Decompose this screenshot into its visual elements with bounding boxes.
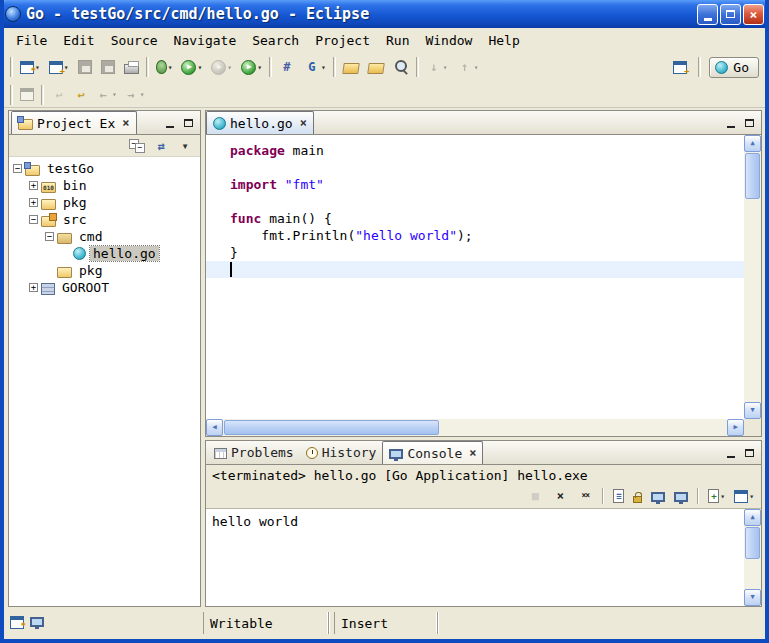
collapse-toggle-icon[interactable]: − (29, 215, 38, 224)
menu-project[interactable]: Project (307, 31, 378, 50)
maximize-view-button[interactable] (179, 115, 197, 131)
minimize-view-button[interactable] (722, 115, 740, 131)
dropdown-arrow-icon[interactable]: ▾ (749, 492, 754, 501)
pin-console-button[interactable] (648, 488, 668, 505)
dropdown-arrow-icon[interactable]: ▾ (321, 63, 326, 72)
menu-run[interactable]: Run (378, 31, 417, 50)
dropdown-arrow-icon[interactable]: ▾ (257, 63, 262, 72)
expand-toggle-icon[interactable]: + (29, 283, 38, 292)
scrollbar-thumb[interactable] (224, 420, 439, 435)
scroll-up-icon[interactable]: ▲ (744, 509, 761, 526)
console-vertical-scrollbar[interactable]: ▲ ▼ (744, 509, 761, 606)
dropdown-arrow-icon[interactable]: ▾ (443, 63, 448, 72)
dropdown-arrow-icon[interactable]: ▾ (720, 492, 725, 501)
go-symbol-button[interactable]: ▾ (301, 56, 329, 78)
maximize-button[interactable] (720, 4, 741, 25)
menu-navigate[interactable]: Navigate (166, 31, 245, 50)
tab-history[interactable]: History (300, 441, 383, 464)
new-wizard-button[interactable]: ▾ (17, 58, 43, 77)
scrollbar-thumb[interactable] (745, 527, 760, 559)
new-project-button[interactable]: ▾ (46, 58, 72, 77)
remove-all-launches-button[interactable] (574, 485, 596, 507)
display-selected-console-button[interactable] (671, 488, 691, 505)
debug-button[interactable]: ▾ (153, 57, 176, 77)
tab-hello-go[interactable]: hello.go × (206, 111, 314, 134)
link-with-editor-button[interactable] (150, 135, 172, 157)
menu-window[interactable]: Window (417, 31, 480, 50)
console-output[interactable]: hello world (206, 509, 744, 606)
code-line-6[interactable]: fmt.Println("hello world"); (206, 227, 744, 244)
open-type-button[interactable] (340, 57, 362, 77)
open-resource-button[interactable] (365, 57, 387, 77)
maximize-view-button[interactable] (740, 115, 758, 131)
tree-item-pkg[interactable]: +pkg (9, 194, 200, 211)
expand-toggle-icon[interactable]: + (29, 181, 38, 190)
code-line-8[interactable] (206, 261, 744, 278)
tree-item-goroot[interactable]: +GOROOT (9, 279, 200, 296)
menu-help[interactable]: Help (480, 31, 527, 50)
collapse-toggle-icon[interactable]: − (13, 164, 22, 173)
open-console-button[interactable]: ▾ (705, 486, 728, 506)
dropdown-arrow-icon[interactable]: ▾ (168, 63, 173, 72)
console-shortcut-icon[interactable] (30, 617, 44, 627)
close-icon[interactable]: × (122, 116, 129, 130)
last-edit-location-button[interactable] (70, 84, 92, 106)
scroll-right-icon[interactable]: ▶ (727, 419, 744, 436)
collapse-all-button[interactable] (126, 135, 148, 157)
menu-source[interactable]: Source (103, 31, 166, 50)
code-line-7[interactable]: } (206, 244, 744, 261)
scroll-up-icon[interactable]: ▲ (744, 135, 761, 152)
dropdown-arrow-icon[interactable]: ▾ (227, 63, 232, 72)
tab-console[interactable]: Console× (382, 441, 483, 464)
collapse-toggle-icon[interactable]: − (45, 232, 54, 241)
close-icon[interactable]: × (300, 116, 307, 130)
tab-problems[interactable]: Problems (208, 441, 300, 464)
print-button[interactable] (121, 57, 142, 77)
menu-edit[interactable]: Edit (55, 31, 102, 50)
remove-launch-button[interactable] (549, 485, 571, 507)
dropdown-arrow-icon[interactable]: ▾ (474, 63, 479, 72)
minimize-button[interactable] (697, 4, 718, 25)
code-line-3[interactable]: import "fmt" (206, 176, 744, 193)
go-perspective-button[interactable]: Go (709, 57, 759, 78)
tree-item-pkg[interactable]: pkg (9, 262, 200, 279)
editor-horizontal-scrollbar[interactable]: ◀ ▶ (206, 419, 744, 436)
code-area[interactable]: package mainimport "fmt"func main() { fm… (206, 135, 744, 419)
menu-file[interactable]: File (8, 31, 55, 50)
code-editor[interactable]: package mainimport "fmt"func main() { fm… (206, 135, 761, 436)
console-view-button[interactable]: ▾ (731, 487, 757, 506)
open-perspective-button[interactable] (670, 58, 690, 77)
tab-project-explorer[interactable]: Project Ex × (11, 111, 137, 134)
code-line-2[interactable] (206, 159, 744, 176)
scroll-down-icon[interactable]: ▼ (744, 402, 761, 419)
close-button[interactable]: × (743, 4, 764, 25)
tree-item-bin[interactable]: +bin (9, 177, 200, 194)
fast-view-icon[interactable] (10, 616, 24, 629)
title-bar[interactable]: Go - testGo/src/cmd/hello.go - Eclipse × (0, 0, 769, 28)
scroll-left-icon[interactable]: ◀ (206, 419, 223, 436)
search-button[interactable] (390, 56, 412, 78)
tree-item-src[interactable]: −src (9, 211, 200, 228)
scroll-down-icon[interactable]: ▼ (744, 589, 761, 606)
menu-search[interactable]: Search (244, 31, 307, 50)
minimize-view-button[interactable] (722, 445, 740, 461)
tree-item-hello-go[interactable]: hello.go (9, 245, 200, 262)
external-tools-button[interactable]: ▾ (238, 57, 265, 78)
minimize-view-button[interactable] (161, 115, 179, 131)
close-icon[interactable]: × (469, 446, 476, 460)
expand-toggle-icon[interactable]: + (29, 198, 38, 207)
run-button[interactable]: ▾ (178, 57, 205, 78)
editor-vertical-scrollbar[interactable]: ▲ ▼ (744, 135, 761, 419)
tree-item-cmd[interactable]: −cmd (9, 228, 200, 245)
code-line-5[interactable]: func main() { (206, 210, 744, 227)
dropdown-arrow-icon[interactable]: ▾ (112, 90, 117, 99)
tree-item-testgo[interactable]: −testGo (9, 160, 200, 177)
code-line-4[interactable] (206, 193, 744, 210)
new-go-element-button[interactable] (276, 56, 298, 78)
dropdown-arrow-icon[interactable]: ▾ (197, 63, 202, 72)
scroll-lock-button[interactable] (630, 487, 645, 506)
scrollbar-thumb[interactable] (745, 153, 760, 199)
code-line-1[interactable]: package main (206, 142, 744, 159)
maximize-view-button[interactable] (740, 445, 758, 461)
clear-console-button[interactable] (610, 486, 627, 506)
